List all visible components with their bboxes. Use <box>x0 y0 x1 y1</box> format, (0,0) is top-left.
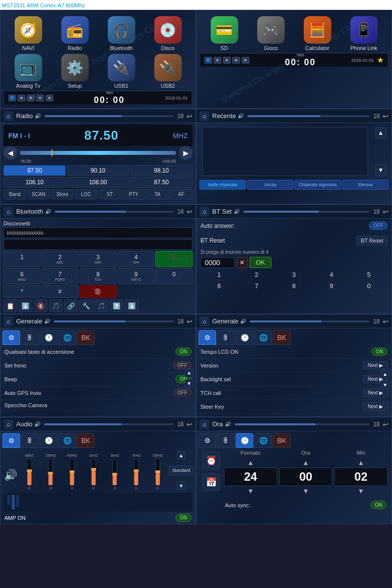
audio-tab-bk[interactable]: BK <box>77 433 95 448</box>
radio-next-button[interactable]: ▶ <box>179 146 193 160</box>
eq-slider-3[interactable] <box>91 459 96 486</box>
icon-phonelink[interactable]: 📱 Phone Link <box>342 16 386 51</box>
eq-scroll-down[interactable]: ▼ <box>177 481 186 490</box>
bt-key-hash[interactable]: # <box>42 285 79 298</box>
scroll-up-gen-left[interactable]: ▲ <box>185 368 194 377</box>
eq-preset-button[interactable]: Standard <box>169 466 194 475</box>
back-icon-gen-left[interactable]: ↩ <box>187 318 193 325</box>
tab-nelle-chiamate[interactable]: Nelle chiamate <box>199 180 246 190</box>
icon-calculator[interactable]: 🧮 Calculator <box>295 16 339 51</box>
home-button-ora[interactable]: ⌂ <box>199 419 209 429</box>
pin-clear-button[interactable]: ✕ <box>237 257 247 268</box>
volume-slider-btset[interactable] <box>244 211 369 213</box>
bt-key-1[interactable]: 1 <box>3 251 41 267</box>
band-button[interactable]: Band <box>3 189 26 199</box>
radio-frequency-bar[interactable] <box>20 151 176 155</box>
af-button[interactable]: AF <box>170 189 193 199</box>
settings-tab-clock[interactable]: 🕐 <box>40 330 57 345</box>
home-button-bt[interactable]: ⌂ <box>3 207 13 217</box>
audio-tab-clock[interactable]: 🕐 <box>40 433 57 448</box>
back-icon-btset[interactable]: ↩ <box>383 208 389 216</box>
eq-slider-1[interactable] <box>48 459 53 486</box>
bt-reset-button[interactable]: BT Reset <box>356 236 388 245</box>
bt-action-download[interactable]: ⬇️ <box>19 299 32 312</box>
bt-key-7[interactable]: 7PQRS <box>42 268 79 284</box>
scan-button[interactable]: SCAN <box>27 189 50 199</box>
scroll-down-gen-left[interactable]: ▼ <box>185 379 194 388</box>
home-button-recente[interactable]: ⌂ <box>199 111 209 121</box>
bt-action-settings[interactable]: 🔧 <box>79 299 93 312</box>
bt-action-note[interactable]: 🎵 <box>95 299 108 312</box>
home-button-audio[interactable]: ⌂ <box>3 419 13 429</box>
ora-clock-icon[interactable]: ⏰ <box>202 452 220 469</box>
bt-call-button[interactable]: 📞 <box>155 251 193 267</box>
audio-tab-globe[interactable]: 🌐 <box>58 433 76 448</box>
bt-key-8[interactable]: 8TUV <box>79 268 117 284</box>
bt-action-mute[interactable]: 🔇 <box>34 299 48 312</box>
settings-tab-eq[interactable]: 🎚 <box>21 330 39 345</box>
volume-slider-bt[interactable] <box>55 211 173 213</box>
volume-slider-radio[interactable] <box>45 115 173 117</box>
scroll-down-gen-right[interactable]: ▼ <box>381 380 390 389</box>
back-icon-ora[interactable]: ↩ <box>383 420 389 428</box>
num-5[interactable]: 5 <box>367 271 370 278</box>
ora-tab-clock[interactable]: 🕐 <box>236 433 253 448</box>
settings-tab-bk-r[interactable]: BK <box>273 330 291 345</box>
formato-up[interactable]: ▲ 24 ▼ <box>224 458 277 496</box>
home-button-gen-right[interactable]: ⌂ <box>199 317 209 326</box>
bt-key-9[interactable]: 9WXYZ <box>118 268 155 284</box>
auto-answer-toggle[interactable]: OFF <box>369 221 388 230</box>
num-8[interactable]: 8 <box>292 282 295 290</box>
home-button-radio[interactable]: ⌂ <box>3 111 13 121</box>
icon-gioco[interactable]: 🎮 Gioco <box>249 16 293 51</box>
icon-bluetooth[interactable]: 🎧 Bluetooth <box>99 16 143 51</box>
pty-button[interactable]: PTY <box>122 189 146 199</box>
scroll-up-recente[interactable]: ▲ <box>375 127 387 139</box>
settings-tab-eq-r[interactable]: 🎚 <box>217 330 235 345</box>
ora-calendar-icon[interactable]: 📅 <box>202 473 220 491</box>
num-3[interactable]: 3 <box>292 271 295 278</box>
settings-tab-globe-r[interactable]: 🌐 <box>254 330 272 345</box>
volume-slider-ora[interactable] <box>235 423 369 425</box>
st-button[interactable]: ST <box>98 189 122 199</box>
preset-2[interactable]: 90.10 <box>67 165 129 176</box>
settings-tab-clock-r[interactable]: 🕐 <box>236 330 253 345</box>
pin-ok-button[interactable]: OK <box>249 257 271 268</box>
bt-key-star[interactable]: * <box>3 285 41 298</box>
settings-tab-globe[interactable]: 🌐 <box>58 330 76 345</box>
ora-tab-eq[interactable]: 🎚 <box>217 433 235 448</box>
icon-dvd[interactable]: 💿 Disco <box>146 16 190 51</box>
eq-scroll-up[interactable]: ▲ <box>177 451 186 460</box>
icon-tv[interactable]: 📺 Analog Tv <box>6 54 50 89</box>
amp-toggle[interactable]: ON <box>175 514 192 522</box>
bt-action-contacts[interactable]: 📋 <box>3 299 17 312</box>
audio-tab-eq[interactable]: 🎚 <box>21 433 39 448</box>
bt-key-3[interactable]: 3DEF <box>79 251 117 267</box>
bt-action-down2[interactable]: ⬇️ <box>125 299 139 312</box>
bt-action-up[interactable]: ⬆️ <box>110 299 123 312</box>
bt-hangup-button[interactable]: 📵 <box>79 285 117 298</box>
num-6[interactable]: 6 <box>218 282 221 290</box>
settings-tab-gear-r[interactable]: ⚙ <box>198 330 216 345</box>
tab-elimina[interactable]: Elimina <box>342 180 389 190</box>
store-button[interactable]: Store <box>51 189 74 199</box>
bt-action-music[interactable]: 🎵 <box>49 299 63 312</box>
min-up-arrow[interactable]: ▲ <box>334 458 388 467</box>
ora-down-arrow[interactable]: ▼ <box>279 486 333 496</box>
bt-key-4[interactable]: 4GHI <box>118 251 155 267</box>
icon-usb1[interactable]: 🔌 USB1 <box>99 54 143 89</box>
volume-slider-gen-right[interactable] <box>250 320 369 322</box>
auto-sync-toggle[interactable]: ON <box>370 501 387 509</box>
volume-slider-recente[interactable] <box>247 115 369 117</box>
ta-button[interactable]: TA <box>146 189 169 199</box>
icon-navi[interactable]: 🧭 NAVI <box>6 16 50 51</box>
back-icon-recente[interactable]: ↩ <box>383 112 389 120</box>
bt-action-link[interactable]: 🔗 <box>64 299 78 312</box>
home-button-btset[interactable]: ⌂ <box>199 207 209 217</box>
back-icon-gen-right[interactable]: ↩ <box>383 318 389 325</box>
radio-prev-button[interactable]: ◀ <box>3 146 17 160</box>
formato-up-arrow[interactable]: ▲ <box>224 458 277 467</box>
num-9[interactable]: 9 <box>330 282 333 290</box>
back-icon-radio[interactable]: ↩ <box>187 112 193 120</box>
eq-slider-2[interactable] <box>70 459 74 486</box>
